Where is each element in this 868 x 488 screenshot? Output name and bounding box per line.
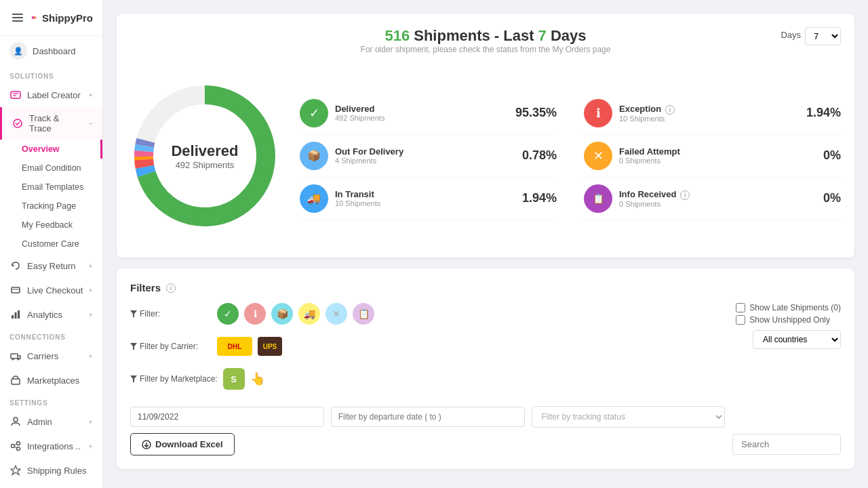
analytics-label: Analytics <box>27 310 62 320</box>
info-received-info-icon[interactable]: i <box>680 190 690 200</box>
filters-right: Show Late Shipments (0) Show Unshipped O… <box>736 303 841 428</box>
date-inputs-row: Filter by tracking status <box>130 406 725 428</box>
show-late-checkbox[interactable] <box>736 303 745 312</box>
out-for-delivery-count: 4 Shipments <box>335 157 515 165</box>
shipments-days-suffix: Days <box>551 27 587 44</box>
cursor-icon: 👆 <box>250 371 265 386</box>
filter-marketplace-row: Filter by Marketplace: S 👆 <box>130 368 725 390</box>
failed-attempt-pct: 0% <box>823 148 841 163</box>
days-label: Days <box>781 27 801 40</box>
download-excel-button[interactable]: Download Excel <box>130 433 235 455</box>
show-late-checkbox-label[interactable]: Show Late Shipments (0) <box>736 303 841 312</box>
show-unshipped-checkbox-label[interactable]: Show Unshipped Only <box>736 315 841 325</box>
checkboxes-row: Show Late Shipments (0) Show Unshipped O… <box>736 303 841 325</box>
sidebar-item-live-checkout[interactable]: Live Checkout + <box>0 278 102 302</box>
out-for-delivery-text: Out For Delivery 4 Shipments <box>335 146 515 165</box>
exception-name: Exception i <box>619 104 800 115</box>
sidebar-item-admin[interactable]: Admin + <box>0 409 102 434</box>
sidebar-sub-my-feedback[interactable]: My Feedback <box>0 216 102 235</box>
filter-exception-btn[interactable]: ℹ <box>244 303 266 325</box>
hamburger-menu[interactable] <box>9 11 26 24</box>
delivered-count: 492 Shipments <box>335 114 509 122</box>
filter-out-delivery-btn[interactable]: 📦 <box>271 303 293 325</box>
days-selector[interactable]: 7 14 30 60 <box>805 27 841 45</box>
show-unshipped-checkbox[interactable] <box>736 315 745 325</box>
sidebar-sub-tracking-page[interactable]: Tracking Page <box>0 197 102 216</box>
sidebar-item-shipping-rules[interactable]: Shipping Rules <box>0 458 102 483</box>
svg-point-16 <box>12 445 15 448</box>
stat-info-received: 📋 Info Received i 0 Shipments 0% <box>584 178 841 220</box>
svg-line-19 <box>15 444 17 445</box>
date-from-input[interactable] <box>130 407 324 427</box>
delivered-text: Delivered 492 Shipments <box>335 104 509 122</box>
svg-rect-9 <box>15 312 17 319</box>
info-received-count: 0 Shipments <box>619 200 816 208</box>
svg-rect-2 <box>11 92 20 98</box>
date-to-input[interactable] <box>331 407 525 427</box>
shopify-marketplace-btn[interactable]: S <box>223 368 245 390</box>
failed-attempt-count: 0 Shipments <box>619 157 816 165</box>
dhl-carrier-btn[interactable]: DHL <box>217 337 252 356</box>
shipments-card: 516 Shipments - Last 7 Days For older sh… <box>117 14 854 258</box>
track-trace-expand: − <box>89 119 93 127</box>
search-input[interactable] <box>732 434 841 455</box>
donut-center: Delivered 492 Shipments <box>171 142 238 170</box>
sidebar-header: ShippyPro <box>0 0 102 36</box>
exception-text: Exception i 10 Shipments <box>619 104 800 123</box>
country-select[interactable]: All countries <box>753 330 841 349</box>
label-creator-icon <box>9 89 22 101</box>
out-for-delivery-icon: 📦 <box>300 142 328 170</box>
filters-info-icon[interactable]: i <box>166 283 176 293</box>
donut-center-sub: 492 Shipments <box>171 160 238 170</box>
stat-out-for-delivery: 📦 Out For Delivery 4 Shipments 0.78% <box>300 135 557 178</box>
ups-carrier-btn[interactable]: UPS <box>258 337 282 356</box>
svg-point-13 <box>18 359 20 361</box>
easy-return-icon <box>9 260 22 272</box>
carriers-label: Carriers <box>27 351 58 361</box>
filter-in-transit-btn[interactable]: 🚚 <box>298 303 320 325</box>
shipping-rules-icon <box>9 464 22 476</box>
stat-exception: ℹ Exception i 10 Shipments 1.94% <box>584 92 841 135</box>
sidebar-sub-customer-care[interactable]: Customer Care <box>0 235 102 253</box>
live-checkout-label: Live Checkout <box>27 285 83 296</box>
sidebar-item-analytics[interactable]: Analytics + <box>0 302 102 327</box>
filters-body: Filter: ✓ ℹ 📦 🚚 ✕ 📋 Filter by Carrier: D… <box>130 303 841 428</box>
easy-return-label: Easy Return <box>27 261 76 271</box>
sidebar-item-carriers[interactable]: Carriers + <box>0 344 102 368</box>
live-checkout-expand: + <box>89 286 93 294</box>
dashboard-avatar: 👤 <box>9 42 27 60</box>
info-received-icon: 📋 <box>584 184 612 213</box>
app-logo <box>31 8 37 27</box>
filter-label: Filter: <box>130 309 212 319</box>
filter-carrier-row: Filter by Carrier: DHL UPS <box>130 337 725 356</box>
out-for-delivery-pct: 0.78% <box>522 148 557 163</box>
filter-failed-btn[interactable]: ✕ <box>326 303 347 325</box>
sidebar-item-marketplaces[interactable]: Marketplaces <box>0 368 102 392</box>
sidebar-sub-email-condition[interactable]: Email Condition <box>0 159 102 178</box>
sidebar-item-integrations[interactable]: Integrations .. + <box>0 434 102 458</box>
sidebar-sub-overview[interactable]: Overview <box>0 140 102 159</box>
out-for-delivery-name: Out For Delivery <box>335 146 515 157</box>
exception-pct: 1.94% <box>806 106 841 120</box>
svg-rect-11 <box>11 354 18 359</box>
marketplaces-icon <box>9 374 22 386</box>
shipments-title: 516 Shipments - Last 7 Days <box>308 27 663 45</box>
sidebar-item-dashboard[interactable]: 👤 Dashboard <box>0 36 102 66</box>
tracking-status-select[interactable]: Filter by tracking status <box>532 406 726 428</box>
filter-delivered-btn[interactable]: ✓ <box>217 303 239 325</box>
sidebar-item-track-trace[interactable]: Track & Trace − <box>0 107 102 140</box>
sidebar-item-label-creator[interactable]: Label Creator + <box>0 83 102 107</box>
delivered-icon: ✓ <box>300 99 328 127</box>
filter-info-btn[interactable]: 📋 <box>353 303 374 325</box>
sidebar-sub-email-templates[interactable]: Email Templates <box>0 178 102 197</box>
bottom-row: Download Excel <box>130 433 841 455</box>
exception-info-icon[interactable]: i <box>665 105 675 115</box>
sidebar-item-easy-return[interactable]: Easy Return + <box>0 253 102 278</box>
admin-expand: + <box>89 418 93 426</box>
svg-marker-30 <box>130 343 137 350</box>
label-creator-expand: + <box>89 91 93 99</box>
svg-line-20 <box>15 447 17 448</box>
svg-point-1 <box>33 16 36 19</box>
section-solutions: SOLUTIONS <box>0 66 102 83</box>
svg-point-15 <box>14 418 18 422</box>
